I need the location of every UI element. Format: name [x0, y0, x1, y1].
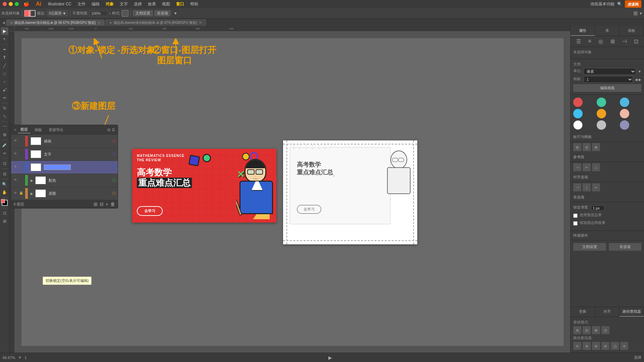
menu-effect[interactable]: 效果 — [145, 1, 159, 8]
shape-exclude[interactable]: ⊡ — [601, 326, 609, 334]
align-icon[interactable]: ⊣ — [622, 38, 627, 45]
layer-row-original[interactable]: 👁 🔒 ▶ 原图 — [11, 187, 118, 200]
swatch-white[interactable] — [573, 120, 583, 130]
shape-minus[interactable]: ⊟ — [583, 326, 591, 334]
move-layer-up[interactable]: ⊞ — [94, 201, 98, 207]
rect-tool[interactable]: □ — [1, 70, 8, 77]
layers-tab-layers[interactable]: 图层 — [18, 126, 31, 133]
slice-tool[interactable]: ⊟ — [1, 170, 8, 178]
unit-expand[interactable]: ▼ — [638, 70, 641, 73]
guide-btn-3[interactable]: ⊥ — [592, 163, 600, 171]
layers-panel-close[interactable]: ✕ — [14, 128, 16, 132]
warp-tool[interactable]: 〰 — [1, 123, 8, 130]
direct-select-tool[interactable]: ↖ — [1, 36, 8, 43]
arrange-dropdown[interactable]: ▼ — [639, 11, 643, 15]
panel-tab-artboard[interactable]: 画板 — [620, 26, 644, 36]
menu-view[interactable]: 视图 — [159, 1, 173, 8]
stroke-style-select[interactable]: 3点圆形 ▼ — [47, 10, 68, 16]
pf-crop[interactable]: ⊛ — [601, 342, 609, 350]
menu-select[interactable]: 选择 — [131, 1, 145, 8]
layer-eye-palette[interactable]: 👁 — [13, 178, 18, 183]
pen-tool[interactable]: ✒ — [1, 46, 8, 53]
swatch-gray[interactable] — [597, 120, 606, 130]
pf-merge[interactable]: ⊕ — [592, 342, 600, 350]
arrange-icon[interactable]: ⊞ — [633, 10, 638, 16]
menu-illustrator[interactable]: Illustrator CC — [45, 1, 74, 7]
swatch-light-blue[interactable] — [573, 109, 583, 118]
keyboard-increment-input[interactable] — [591, 205, 604, 211]
layer-row-editing[interactable]: 👁 — [11, 161, 118, 174]
stroke-color-box[interactable] — [29, 10, 36, 17]
layers-tab-export[interactable]: 资源导出 — [46, 127, 66, 133]
layer-expand-original[interactable]: ▶ — [31, 192, 33, 195]
layer-lock-palette[interactable] — [19, 178, 24, 183]
appearance-icon[interactable]: ◎ — [598, 38, 603, 45]
menu-object[interactable]: 对象 — [103, 1, 116, 8]
play-btn[interactable]: ▶ — [328, 355, 332, 360]
layer-expand-palette[interactable]: ▶ — [31, 179, 33, 182]
zoom-dropdown[interactable]: ▼ — [18, 355, 22, 360]
line-tool[interactable]: ╱ — [1, 62, 8, 69]
panel-tab-properties[interactable]: 属性 — [571, 26, 595, 36]
tab-1-close[interactable]: ✕ — [98, 21, 100, 24]
layer-eye-text[interactable]: 👁 — [13, 152, 18, 157]
shape-intersect[interactable]: ⊠ — [592, 326, 600, 334]
free-transform-tool[interactable]: ⊞ — [1, 131, 8, 138]
tab-align[interactable]: 对齐 — [595, 307, 620, 317]
guide-btn-1[interactable]: ⊣ — [573, 163, 581, 171]
pf-minus-back[interactable]: ⊖ — [620, 342, 628, 350]
new-layer-btn[interactable]: + — [106, 201, 108, 207]
swatch-blue[interactable] — [620, 98, 629, 107]
swatch-orange[interactable] — [597, 109, 606, 118]
doc-settings-btn[interactable]: 文档设置 — [133, 10, 153, 16]
menu-edit[interactable]: 编辑 — [89, 1, 102, 8]
menu-help[interactable]: 帮助 — [187, 1, 201, 8]
tab-pathfinder[interactable]: 路径查找器 — [620, 307, 644, 317]
align-right-btn[interactable]: ⊢ — [592, 183, 600, 191]
pf-divide[interactable]: ⊘ — [573, 342, 581, 350]
layer-lock-illustration[interactable] — [19, 139, 24, 143]
menu-window[interactable]: 窗口 — [173, 1, 187, 8]
screen-mode[interactable]: ⊞ — [1, 218, 8, 225]
pf-outline[interactable]: ◫ — [611, 342, 619, 350]
eyedropper-tool[interactable]: 💉 — [1, 141, 8, 149]
ellipse-tool[interactable]: ○ — [1, 78, 8, 85]
menu-text[interactable]: 文字 — [117, 1, 130, 8]
banner-button[interactable]: 去学习 — [137, 206, 163, 216]
panel-tab-library[interactable]: 库 — [595, 26, 620, 36]
select-tool[interactable]: ▶ — [1, 27, 8, 35]
draw-mode-normal[interactable]: ⊡ — [1, 209, 8, 217]
preferences-btn[interactable]: 首选项 — [154, 10, 171, 16]
delete-layer-btn[interactable]: 🗑 — [110, 201, 115, 207]
rotate-tool[interactable]: ↻ — [1, 105, 8, 112]
layers-panel-collapse[interactable]: ⊟ — [107, 128, 110, 132]
transform-icon[interactable]: ⊞ — [610, 38, 615, 45]
minimize-button[interactable] — [9, 2, 13, 6]
pf-trim[interactable]: ⊗ — [583, 342, 591, 350]
layer-row-palette[interactable]: 👁 ▶ 配色 — [11, 174, 118, 187]
text-tool[interactable]: T — [1, 54, 8, 61]
grid-btn-3[interactable]: ⊠ — [592, 143, 600, 151]
tab-1[interactable]: ● 插边风-banner演示精品.ai @ 66.67% [RGB/GPU 预览… — [6, 19, 105, 26]
layer-eye-original[interactable]: 👁 — [13, 191, 18, 196]
swatch-teal[interactable] — [597, 98, 606, 107]
layer-row-text[interactable]: 👁 文字 — [11, 148, 118, 161]
pathfinder-icon[interactable]: ⊡ — [634, 38, 638, 45]
layer-lock-text[interactable] — [19, 152, 24, 157]
align-center-btn[interactable]: | — [583, 183, 591, 191]
apple-menu[interactable]: 🍎 — [23, 1, 29, 7]
close-button[interactable] — [3, 2, 7, 6]
opacity-arrow[interactable]: › — [109, 11, 111, 16]
tab-scroll-left[interactable]: ◀ — [1, 19, 6, 26]
layer-eye-illustration[interactable]: 👁 — [13, 139, 18, 143]
layers-icon[interactable]: ≡ — [588, 38, 591, 45]
scale-tool[interactable]: ⤡ — [1, 113, 8, 120]
unit-select[interactable]: 像素 — [584, 68, 636, 75]
blend-tool[interactable]: ∞ — [1, 149, 8, 157]
style-select[interactable] — [122, 10, 128, 17]
grid-btn-1[interactable]: ⊞ — [573, 143, 581, 151]
layer-eye-editing[interactable]: 👁 — [13, 165, 18, 170]
maximize-button[interactable] — [15, 2, 19, 6]
opacity-input[interactable] — [90, 11, 108, 16]
shape-unite[interactable]: ⊞ — [573, 326, 581, 334]
